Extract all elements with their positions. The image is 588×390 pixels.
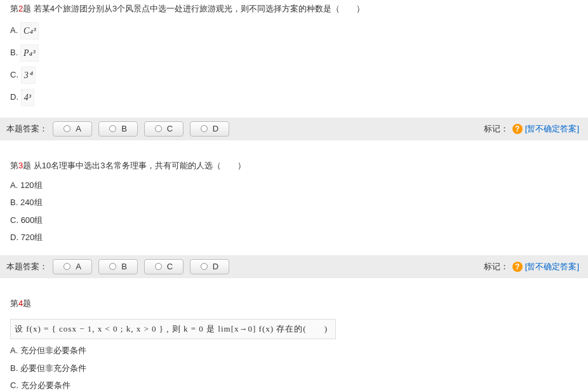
answer-button-C[interactable]: C [144, 121, 184, 137]
radio-icon [155, 263, 162, 270]
radio-icon [109, 263, 116, 270]
math-formula: 设 f(x) = { cosx − 1, x < 0 ; k, x > 0 } … [10, 319, 336, 339]
options: A. 120组 B. 240组 C. 600组 D. 720组 [0, 179, 588, 255]
option-text: 720组 [21, 232, 43, 242]
option-C: C. 600组 [10, 214, 578, 227]
radio-icon [109, 125, 116, 132]
mark-label: 标记： [484, 261, 509, 272]
radio-icon [201, 263, 208, 270]
option-text: 充分但非必要条件 [20, 346, 86, 355]
option-B: B. 240组 [10, 196, 578, 209]
option-B: B. P₄³ [10, 44, 578, 62]
radio-icon [155, 125, 162, 132]
question-stem: 第3题 从10名理事中选出3名常务理事，共有可能的人选（ ） [0, 157, 588, 179]
option-text: 600组 [21, 215, 43, 225]
answer-label: 本题答案： [6, 261, 48, 272]
answer-button-D[interactable]: D [190, 121, 229, 137]
question-3: 第3题 从10名理事中选出3名常务理事，共有可能的人选（ ） A. 120组 B… [0, 157, 588, 278]
option-text: 120组 [20, 180, 43, 190]
stem-text: 若某4个旅游团分别从3个风景点中选一处进行旅游观光，则不同选择方案的种数是（ ） [31, 4, 364, 13]
options: A. C₄³ B. P₄³ C. 3⁴ D. 4³ [0, 22, 588, 118]
option-A: A. 充分但非必要条件 [10, 344, 578, 357]
answer-button-A[interactable]: A [53, 121, 92, 137]
uncertain-link[interactable]: [暂不确定答案] [525, 123, 579, 135]
answer-button-D[interactable]: D [190, 259, 229, 274]
answer-label: 本题答案： [6, 123, 48, 135]
question-stem: 第2题 若某4个旅游团分别从3个风景点中选一处进行旅游观光，则不同选择方案的种数… [0, 0, 588, 22]
question-stem: 第4题 [0, 295, 588, 317]
answer-button-A[interactable]: A [53, 259, 92, 274]
question-2: 第2题 若某4个旅游团分别从3个风景点中选一处进行旅游观光，则不同选择方案的种数… [0, 0, 588, 140]
uncertain-link[interactable]: [暂不确定答案] [525, 261, 579, 272]
answer-button-B[interactable]: B [98, 259, 138, 274]
mark-label: 标记： [484, 123, 509, 135]
radio-icon [63, 125, 70, 132]
option-C: C. 充分必要条件 [10, 379, 578, 390]
option-A: A. C₄³ [10, 22, 578, 39]
option-text: 240组 [20, 198, 43, 207]
option-D: D. 4³ [10, 89, 578, 106]
radio-icon [63, 263, 70, 270]
math-expr: C₄³ [20, 22, 39, 39]
answer-button-C[interactable]: C [144, 259, 184, 274]
answer-bar: 本题答案： A B C D 标记： ? [暂不确定答案] [0, 118, 588, 140]
radio-icon [201, 125, 208, 132]
option-B: B. 必要但非充分条件 [10, 362, 578, 375]
help-icon[interactable]: ? [512, 124, 523, 134]
help-icon[interactable]: ? [512, 262, 523, 272]
question-4: 第4题 设 f(x) = { cosx − 1, x < 0 ; k, x > … [0, 295, 588, 390]
option-C: C. 3⁴ [10, 67, 578, 84]
option-text: 必要但非充分条件 [20, 363, 86, 373]
answer-button-B[interactable]: B [98, 121, 138, 137]
option-D: D. 720组 [10, 231, 578, 244]
options: A. 充分但非必要条件 B. 必要但非充分条件 C. 充分必要条件 D. 无关条… [0, 344, 588, 390]
option-A: A. 120组 [10, 179, 578, 192]
stem-text: 从10名理事中选出3名常务理事，共有可能的人选（ ） [31, 161, 245, 170]
math-expr: 3⁴ [21, 67, 36, 84]
math-expr: P₄³ [20, 44, 39, 62]
option-text: 充分必要条件 [21, 380, 70, 390]
math-expr: 4³ [21, 89, 34, 106]
answer-bar: 本题答案： A B C D 标记： ? [暂不确定答案] [0, 255, 588, 278]
